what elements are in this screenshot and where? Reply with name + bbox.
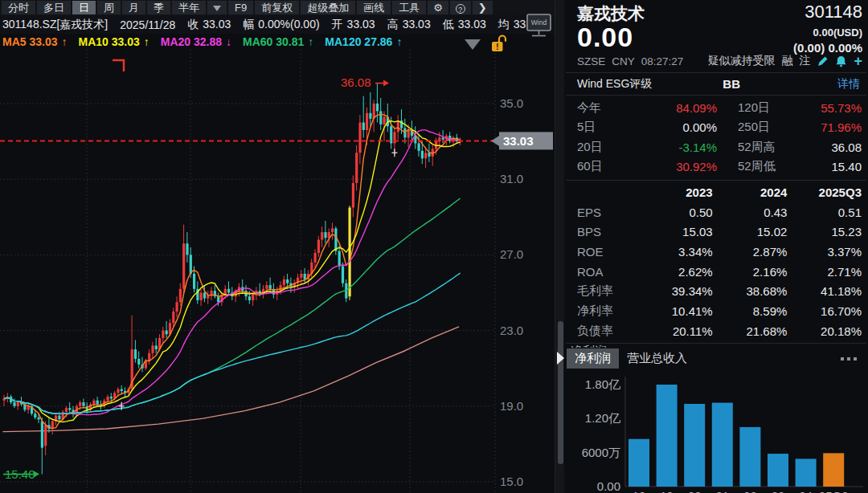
ma-legend-ma120: MA120 27.86↑ — [325, 35, 402, 48]
stat-label: 今年 — [577, 100, 633, 116]
svg-text:23: 23 — [772, 489, 785, 493]
stat-value: 84.09% — [633, 101, 717, 115]
toolbar-item-画线[interactable]: 画线 — [357, 1, 391, 14]
chevron-right-icon[interactable]: ❯ — [473, 1, 493, 14]
financial-table: 202320242025Q3EPS0.500.430.51BPS15.0315.… — [564, 181, 868, 343]
symbol-label: 301148.SZ[嘉戎技术] — [2, 18, 108, 32]
financial-row-ROE: ROE3.34%2.87%3.37% — [577, 242, 862, 262]
ma-legend-ma60: MA60 30.81↑ — [243, 35, 313, 48]
unlock-icon[interactable]: ! — [489, 35, 509, 55]
last-price: 0.00 — [577, 22, 633, 53]
quote-meta-row: SZSE CNY 08:27:27 疑似减持受限 融 注 + — [577, 54, 862, 68]
toolbar-item-工具[interactable]: 工具 — [392, 1, 426, 14]
quote-panel: 嘉戎技术 301148 0.00 0.00(USD) (0.00) 0.00% … — [564, 0, 868, 493]
stat-row: 5日0.00%250日71.96% — [577, 118, 862, 138]
stat-value: 55.73% — [799, 101, 862, 115]
toolbar-item-前复权[interactable]: 前复权 — [255, 1, 299, 14]
quote-header: 嘉戎技术 301148 0.00 0.00(USD) (0.00) 0.00% … — [564, 0, 868, 72]
svg-text:20: 20 — [688, 489, 702, 493]
add-watchlist-icon[interactable]: + — [854, 55, 862, 67]
toolbar-item-日[interactable]: 日 — [72, 1, 96, 14]
toolbar-item-半年[interactable]: 半年 — [172, 1, 206, 14]
field-开: 开33.03 — [332, 18, 375, 32]
margin-flag[interactable]: 融 — [781, 54, 792, 68]
holder-reduction-tag: 疑似减持受限 — [707, 54, 775, 68]
stat-value: 15.40 — [799, 160, 862, 173]
toolbar-item-多日[interactable]: 多日 — [37, 1, 71, 14]
field-高: 高33.03 — [387, 18, 431, 32]
performance-stats: 今年84.09%120日55.73%5日0.00%250日71.96%20日-3… — [564, 96, 868, 180]
usd-price: 0.00(USD) — [813, 26, 862, 39]
note-flag[interactable]: 注 — [799, 54, 810, 68]
edit-icon[interactable] — [817, 55, 829, 67]
stat-value: 30.92% — [633, 160, 717, 173]
financial-row-ROA: ROA2.62%2.16%2.71% — [577, 262, 862, 282]
chart-region: 分时多日日周月季半年F9前复权超级叠加画线工具⚙?❯ 301148.SZ[嘉戎技… — [0, 0, 555, 493]
stat-value: 71.96% — [799, 120, 862, 134]
svg-text:36.08: 36.08 — [341, 75, 371, 89]
panel-collapse-arrow[interactable] — [557, 352, 564, 365]
exchange-label: SZSE — [577, 55, 605, 67]
ma-legend-ma10: MA10 33.03↑ — [78, 35, 149, 48]
toolbar-item-F9[interactable]: F9 — [228, 1, 253, 14]
alert-bell-icon[interactable] — [835, 55, 847, 67]
svg-text:31.0: 31.0 — [500, 172, 523, 185]
chart-dropdown-icon[interactable] — [465, 39, 481, 50]
scrollbar-thumb[interactable] — [558, 321, 563, 464]
svg-text:6000万: 6000万 — [582, 445, 620, 458]
esg-label: Wind ESG评级 — [577, 77, 652, 92]
stock-code: 301148 — [805, 2, 862, 22]
svg-text:1.80亿: 1.80亿 — [585, 377, 620, 391]
field-低: 低33.03 — [443, 18, 486, 32]
quote-info-bar: 301148.SZ[嘉戎技术]2025/11/28收33.03幅0.00%(0.… — [0, 15, 555, 34]
net-profit-chart-wrap: 1.80亿1.20亿6000万0.001819202122232425Q3 — [564, 370, 868, 493]
toolbar-item-分时[interactable]: 分时 — [2, 1, 35, 14]
svg-text:0.00: 0.00 — [597, 479, 620, 493]
toolbar-item-超级叠加[interactable]: 超级叠加 — [301, 1, 355, 14]
svg-text:19.0: 19.0 — [500, 399, 523, 413]
toolbar-item-月[interactable]: 月 — [122, 1, 145, 14]
toolbar-item-季[interactable]: 季 — [147, 1, 170, 14]
more-options-icon[interactable] — [841, 357, 857, 361]
stat-value: -3.14% — [633, 141, 717, 154]
svg-text:33.03: 33.03 — [503, 134, 534, 148]
stat-value: 0.00% — [633, 120, 717, 134]
stat-label: 20日 — [577, 140, 633, 155]
gear-icon[interactable]: ⚙ — [428, 1, 448, 14]
stat-row: 今年84.09%120日55.73% — [577, 98, 862, 118]
help-icon[interactable]: ? — [450, 1, 471, 14]
svg-text:21: 21 — [715, 489, 729, 493]
stat-label: 60日 — [577, 159, 633, 174]
field-收: 收33.03 — [187, 18, 231, 32]
esg-details-link[interactable]: 详情 — [837, 77, 860, 92]
financial-row-BPS: BPS15.0315.0215.23 — [577, 222, 862, 242]
period-dropdown-icon[interactable] — [207, 1, 227, 14]
svg-text:23.0: 23.0 — [500, 324, 523, 337]
esg-row: Wind ESG评级 BB 详情 — [564, 73, 868, 95]
svg-text:Wind: Wind — [531, 18, 547, 26]
stat-label: 250日 — [738, 120, 799, 135]
ma-legend-ma5: MA5 33.03↑ — [2, 35, 67, 48]
mini-chart-tabs: 净利润营业总收入 — [564, 348, 868, 370]
stat-label: 120日 — [738, 100, 799, 116]
svg-text:!: ! — [496, 42, 499, 51]
svg-text:15.0: 15.0 — [500, 475, 523, 488]
financial-header-row: 202320242025Q3 — [577, 182, 862, 202]
field-均: 均33 — [498, 18, 526, 32]
stat-label: 52周高 — [738, 140, 799, 155]
date-label: 2025/11/28 — [120, 18, 175, 31]
financial-row-负债率: 负债率20.11%21.68%20.18% — [577, 321, 862, 341]
svg-text:27.0: 27.0 — [500, 247, 523, 261]
mini-tab-营业总收入[interactable]: 营业总收入 — [619, 348, 695, 369]
svg-text:19: 19 — [660, 489, 674, 493]
toolbar-item-周[interactable]: 周 — [97, 1, 121, 14]
quote-time: 08:27:27 — [641, 55, 684, 67]
stat-row: 60日30.92%52周低15.40 — [577, 157, 862, 177]
candlestick-chart[interactable]: 36.0815.4035.031.027.023.019.015.033.03 — [0, 50, 555, 493]
net-profit-bar-chart[interactable]: 1.80亿1.20亿6000万0.001819202122232425Q3 — [564, 370, 868, 493]
esg-rating: BB — [723, 77, 740, 91]
svg-text:35.0: 35.0 — [500, 96, 523, 110]
field-幅: 幅0.00%(0.00) — [243, 18, 319, 32]
mini-tab-净利润[interactable]: 净利润 — [567, 348, 619, 369]
panel-divider — [555, 0, 564, 493]
